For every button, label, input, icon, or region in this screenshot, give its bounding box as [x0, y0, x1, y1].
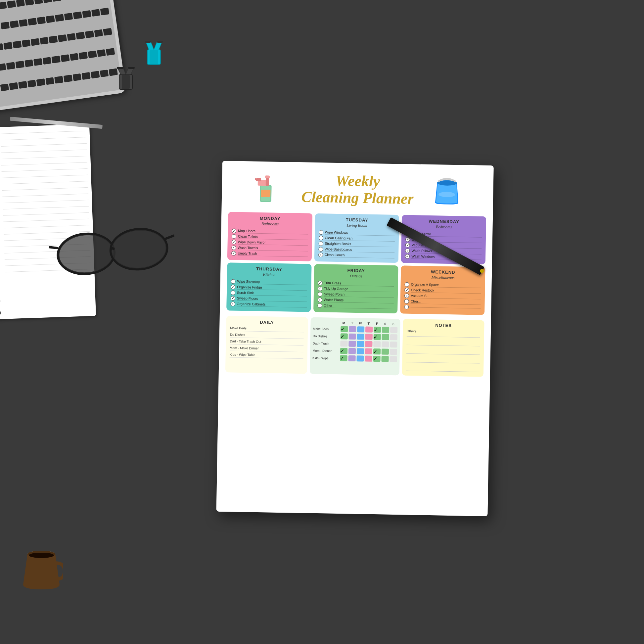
tuesday-title: TUESDAY [319, 217, 395, 223]
task-checkbox[interactable] [405, 243, 410, 248]
tracker-cell[interactable] [373, 341, 381, 347]
coffee-cup [20, 548, 63, 591]
tracker-cell[interactable] [382, 334, 389, 340]
task-checkbox[interactable] [405, 282, 409, 287]
weekend-tasks: Organize A Space Check Restock Vacuum S.… [404, 282, 481, 311]
tracker-cell[interactable] [381, 356, 389, 362]
task-item: Tidy Up Garage [318, 286, 394, 292]
tracker-cell[interactable] [390, 349, 397, 355]
tracker-cell[interactable] [390, 356, 397, 362]
task-checkbox[interactable] [231, 285, 235, 289]
task-checkbox[interactable] [317, 298, 322, 302]
task-item [404, 305, 481, 311]
tracker-cell[interactable] [365, 348, 372, 354]
tracker-cell[interactable]: ✓ [373, 348, 380, 354]
tracker-cell[interactable]: ✓ [373, 356, 380, 362]
tracker-cell[interactable] [348, 348, 355, 354]
task-checkbox[interactable] [404, 305, 409, 309]
task-checkbox[interactable] [231, 279, 235, 284]
daily-task-item: Mom - Make Dinner [230, 346, 303, 352]
notes-line [406, 355, 480, 364]
tuesday-section: TUESDAY Living Room Wipe Windows Clean C… [314, 213, 399, 263]
task-checkbox[interactable] [405, 249, 410, 253]
task-item: Clean Couch [318, 253, 395, 258]
tracker-cell[interactable] [381, 348, 389, 354]
task-text: Wipe Windows [325, 230, 395, 236]
tracker-cell[interactable] [357, 341, 364, 347]
task-item: Clean Toilets [232, 234, 308, 240]
tracker-cell[interactable] [365, 327, 372, 333]
tracker-cell[interactable] [357, 334, 364, 340]
task-text: Wipe Down Mirror [238, 240, 308, 246]
monday-title: MONDAY [232, 215, 308, 221]
task-checkbox[interactable] [318, 253, 323, 257]
task-checkbox[interactable] [319, 230, 323, 235]
tracker-cell[interactable]: ✓ [340, 348, 347, 354]
tracker-row: Do Dishes ✓ ✓ [313, 333, 397, 340]
tracker-cell[interactable] [365, 334, 372, 340]
tracker-task-label: Do Dishes [313, 334, 339, 338]
notebook [0, 124, 96, 320]
tracker-cell[interactable] [348, 326, 356, 332]
tracker-cell[interactable] [382, 327, 389, 333]
task-text: Organize Cabinets [237, 302, 307, 308]
task-checkbox[interactable] [404, 299, 409, 304]
tracker-cell[interactable] [390, 342, 397, 347]
task-checkbox[interactable] [318, 292, 322, 297]
task-checkbox[interactable] [231, 290, 235, 295]
task-checkbox[interactable] [232, 234, 236, 239]
task-checkbox[interactable] [318, 281, 322, 285]
task-checkbox[interactable] [405, 254, 410, 259]
notes-line: Others [406, 329, 480, 338]
tracker-row: Kids - Wipe ✓ ✓ [312, 355, 397, 362]
task-checkbox[interactable] [404, 294, 409, 298]
tracker-cell[interactable] [357, 326, 364, 332]
task-checkbox[interactable] [318, 247, 323, 252]
weekend-section: WEEKEND Miscellaneous Organize A Space C… [400, 265, 485, 315]
task-checkbox[interactable] [405, 237, 410, 242]
task-checkbox[interactable] [404, 288, 409, 293]
task-text: Sweep Floors [237, 296, 307, 302]
task-checkbox[interactable] [232, 228, 236, 233]
task-checkbox[interactable] [318, 241, 323, 246]
task-text: Clea... [411, 299, 481, 305]
wednesday-subtitle: Bedrooms [406, 224, 482, 230]
weekend-subtitle: Miscellaneous [405, 275, 481, 281]
tracker-cell[interactable]: ✓ [340, 355, 347, 361]
task-checkbox[interactable] [231, 245, 236, 250]
tracker-cell[interactable] [390, 334, 397, 340]
tracker-cell[interactable] [356, 355, 364, 361]
tracker-task-label: Kids - Wipe [312, 356, 339, 360]
task-checkbox[interactable] [232, 240, 236, 244]
notes-line [406, 338, 480, 346]
spray-bottle-icon [255, 171, 279, 205]
tracker-cell[interactable]: ✓ [373, 327, 381, 333]
tracker-cell[interactable] [348, 341, 356, 347]
tracker-section: M T W T F S S Make Beds ✓ ✓ [309, 317, 400, 376]
tracker-cell[interactable] [365, 356, 372, 362]
tracker-day-label: F [373, 322, 381, 325]
task-checkbox[interactable] [231, 296, 235, 300]
task-checkbox[interactable] [231, 251, 236, 255]
tracker-cell[interactable]: ✓ [340, 333, 347, 339]
tracker-cell[interactable] [390, 327, 397, 333]
tracker-cell[interactable] [356, 348, 364, 354]
bottom-row: DAILY Make Beds Do Dishes Dad - Take Tra… [225, 316, 484, 377]
task-checkbox[interactable] [318, 236, 323, 240]
planner-header: Weekly Cleaning Planner [228, 167, 487, 212]
tracker-task-label: Make Beds [313, 327, 340, 331]
tracker-cell[interactable]: ✓ [340, 326, 347, 332]
tracker-day-label: S [390, 322, 397, 326]
tuesday-subtitle: Living Room [319, 222, 395, 229]
tracker-cell[interactable] [348, 355, 355, 361]
task-checkbox[interactable] [318, 286, 322, 291]
task-checkbox[interactable] [230, 301, 235, 306]
task-text: Wipe Baseboards [325, 247, 395, 253]
task-checkbox[interactable] [317, 303, 322, 308]
tracker-cell[interactable]: ✓ [373, 334, 381, 340]
tracker-cell[interactable] [348, 334, 356, 340]
tracker-cell[interactable] [340, 341, 347, 346]
tracker-cell[interactable] [382, 341, 389, 347]
tracker-cell[interactable] [365, 341, 372, 347]
svg-rect-3 [157, 41, 163, 43]
